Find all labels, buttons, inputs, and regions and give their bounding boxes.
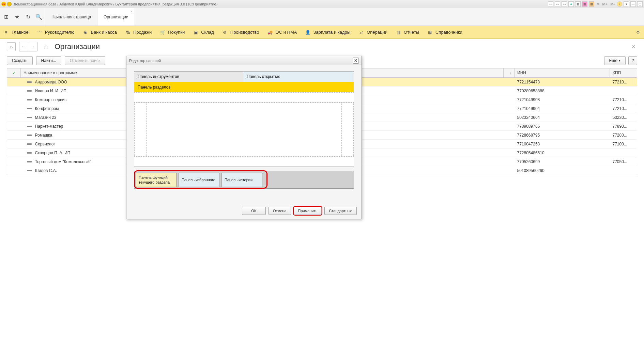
row-name-text: Иванов И. И. ИП — [35, 89, 66, 93]
section-production[interactable]: ⚙Производство — [222, 30, 259, 35]
titlebar-icon-2[interactable]: ▭ — [555, 1, 560, 7]
check-icon: ✓ — [12, 70, 16, 75]
minimize-icon[interactable]: — — [630, 1, 636, 7]
cart-icon: 🛒 — [160, 30, 165, 35]
book-icon: ▦ — [427, 30, 433, 35]
create-button[interactable]: Создать — [7, 56, 33, 65]
col-check[interactable]: ✓ — [7, 68, 21, 78]
section-operations[interactable]: ⇄Операции — [358, 30, 387, 35]
settings-gear-icon[interactable]: ⚙ — [635, 30, 641, 35]
history-icon[interactable]: ↻ — [25, 14, 31, 20]
section-assets[interactable]: 🚚ОС и НМА — [267, 30, 297, 35]
apply-button[interactable]: Применить — [294, 207, 322, 215]
col-inn[interactable]: ИНН — [515, 68, 610, 78]
page-star-icon[interactable]: ☆ — [43, 43, 49, 51]
row-sort-cell — [504, 113, 515, 122]
section-sales[interactable]: 🛍Продажи — [125, 30, 152, 35]
cancel-button[interactable]: Отмена — [269, 207, 291, 215]
row-kpp-cell: 77050... — [610, 157, 637, 166]
cancel-search-button[interactable]: Отменить поиск — [65, 56, 105, 65]
row-sort-cell — [504, 95, 515, 104]
tab-close-icon[interactable]: × — [131, 10, 133, 13]
titlebar-icon-3[interactable]: ▭ — [562, 1, 567, 7]
row-name-text: Андромеда ООО — [35, 80, 67, 84]
sections-bar: ≡Главное 〰Руководителю ◉Банк и касса 🛍Пр… — [0, 26, 644, 39]
calc-icon[interactable]: ▦ — [575, 1, 581, 7]
maximize-icon[interactable]: ▢ — [637, 1, 643, 7]
panel-sections-slot[interactable]: Панель разделов — [134, 82, 354, 92]
panel-empty-top-slot[interactable] — [134, 92, 354, 103]
app-logo-dropdown-icon[interactable] — [7, 2, 12, 6]
page-close-icon[interactable]: × — [632, 44, 637, 50]
row-inn-cell: 7721049908 — [515, 95, 610, 104]
help-button[interactable]: ? — [628, 56, 637, 65]
item-bar-icon — [27, 126, 32, 127]
panel-empty-bottom-slot[interactable] — [134, 156, 354, 167]
dialog-close-button[interactable]: ✕ — [353, 58, 359, 64]
panel-center-slot — [147, 103, 341, 156]
apps-grid-icon[interactable]: ⊞ — [3, 14, 10, 20]
truck-icon: 🚚 — [267, 30, 273, 35]
panel-favorites-item[interactable]: Панель избранного — [179, 173, 219, 187]
favorites-star-icon[interactable]: ★ — [14, 14, 20, 20]
find-button[interactable]: Найти... — [36, 56, 61, 65]
row-kpp-cell — [610, 166, 637, 175]
row-name-text: Сервислог — [35, 142, 55, 146]
row-sort-cell — [504, 166, 515, 175]
memory-mminus[interactable]: M- — [610, 2, 615, 6]
tool-icon[interactable]: ▦ — [589, 1, 594, 7]
section-main[interactable]: ≡Главное — [3, 30, 29, 35]
memory-mplus[interactable]: M+ — [602, 2, 609, 6]
dropdown-icon[interactable]: ▾ — [624, 1, 629, 7]
panel-open-slot[interactable]: Панель открытых — [243, 72, 354, 82]
gear-icon: ⚙ — [222, 30, 228, 35]
section-reports[interactable]: ▥Отчеты — [396, 30, 419, 35]
section-bank[interactable]: ◉Банк и касса — [82, 30, 117, 35]
row-check-cell — [7, 122, 21, 131]
row-inn-cell: 7728668795 — [515, 131, 610, 140]
search-icon[interactable]: 🔍 — [35, 14, 42, 20]
row-sort-cell — [504, 140, 515, 148]
section-warehouse[interactable]: ▣Склад — [193, 30, 214, 35]
page-header: ⌂ ← → ☆ Организации × — [0, 39, 644, 54]
tab-organizations[interactable]: Организации × — [97, 8, 135, 26]
calendar-icon[interactable]: ▦ — [582, 1, 587, 7]
row-inn-cell: 5023240664 — [515, 113, 610, 122]
titlebar-icon-1[interactable]: ▭ — [548, 1, 553, 7]
panel-functions-item[interactable]: Панель функций текущего раздела — [136, 173, 177, 187]
panel-empty-left-slot[interactable] — [134, 103, 147, 156]
back-button[interactable]: ← — [19, 42, 28, 51]
section-manager[interactable]: 〰Руководителю — [37, 30, 75, 35]
panel-history-item[interactable]: Панель истории — [221, 173, 262, 187]
home-button[interactable]: ⌂ — [7, 42, 16, 51]
memory-m[interactable]: M — [596, 2, 600, 6]
row-sort-cell — [504, 87, 515, 95]
sort-down-icon: ↓ — [510, 71, 511, 75]
row-kpp-cell: 77100... — [610, 140, 637, 148]
panel-layout-preview: Панель инструментов Панель открытых Пане… — [134, 71, 354, 167]
panel-empty-right-slot[interactable] — [341, 103, 354, 156]
section-hr[interactable]: 👤Зарплата и кадры — [305, 30, 350, 35]
forward-button[interactable]: → — [28, 42, 37, 51]
row-name-text: Паркет-мастер — [35, 124, 63, 129]
row-kpp-cell: 77210... — [610, 95, 637, 104]
section-purchases[interactable]: 🛒Покупки — [160, 30, 185, 35]
panel-tools-slot[interactable]: Панель инструментов — [134, 72, 243, 82]
row-inn-cell: 7721154478 — [515, 78, 610, 87]
row-check-cell — [7, 140, 21, 148]
section-references[interactable]: ▦Справочники — [427, 30, 462, 35]
info-icon[interactable]: i — [617, 1, 622, 7]
col-sort[interactable]: ↓ — [504, 68, 515, 78]
ok-button[interactable]: OK — [242, 207, 266, 215]
dialog-titlebar[interactable]: Редактор панелей ✕ — [126, 56, 362, 65]
item-bar-icon — [27, 143, 32, 145]
row-inn-cell: 7705260699 — [515, 157, 610, 166]
col-kpp[interactable]: КПП — [610, 68, 637, 78]
row-check-cell — [7, 95, 21, 104]
row-kpp-cell: 77210... — [610, 78, 637, 87]
defaults-button[interactable]: Стандартные — [324, 207, 357, 215]
more-button[interactable]: Еще — [604, 56, 626, 65]
favorite-icon[interactable]: ★ — [568, 1, 574, 7]
report-icon: ▥ — [396, 30, 401, 35]
tab-start-page[interactable]: Начальная страница — [45, 8, 97, 26]
